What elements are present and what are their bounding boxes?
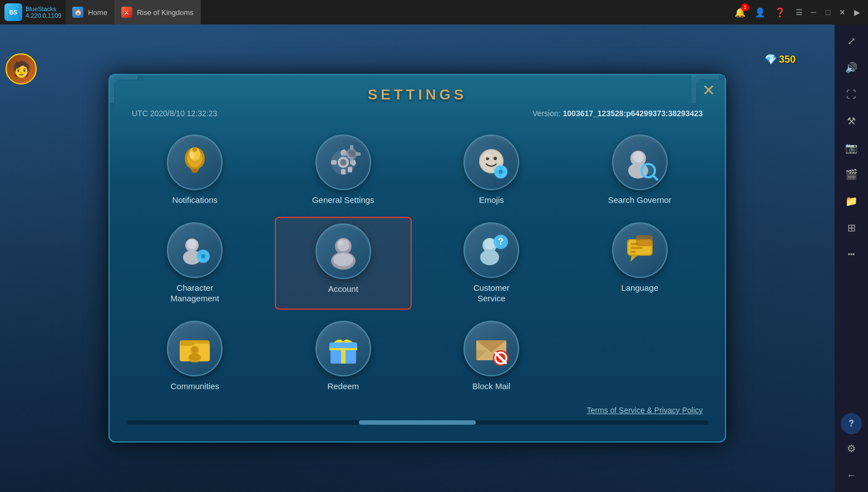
settings-dialog: SETTINGS ✕ UTC 2020/8/10 12:32:23 Versio…: [108, 74, 726, 443]
account-button[interactable]: 👤: [752, 4, 768, 20]
tab-home[interactable]: 🏠 Home: [66, 0, 115, 24]
svg-point-2: [111, 76, 117, 83]
svg-rect-27: [350, 158, 353, 163]
close-button[interactable]: ✕: [836, 6, 849, 19]
svg-point-64: [484, 238, 495, 250]
settings-item-customer[interactable]: ? CustomerService: [423, 217, 560, 310]
help-button[interactable]: ❓: [772, 4, 788, 20]
svg-rect-55: [205, 255, 208, 257]
sidebar-back-btn[interactable]: ←: [839, 463, 864, 488]
communities-label: Communities: [170, 381, 219, 392]
sidebar-more-btn[interactable]: •••: [839, 242, 864, 267]
search-governor-icon: [620, 143, 659, 182]
bs-logo-icon: BS: [4, 3, 22, 21]
svg-rect-89: [329, 342, 357, 348]
redeem-label: Redeem: [327, 381, 359, 392]
customer-icon-circle: ?: [463, 222, 519, 278]
character-label: Character Management: [170, 282, 219, 304]
scrollbar-thumb: [359, 420, 475, 425]
svg-rect-28: [343, 152, 347, 156]
main-area: 🧑 💎 350 SETTINGS ✕ UTC 2020/8/1: [0, 24, 835, 492]
language-icon-circle: [612, 222, 668, 278]
svg-rect-76: [180, 340, 194, 346]
settings-item-blockmail[interactable]: Block Mail: [423, 315, 560, 397]
svg-rect-26: [350, 145, 353, 150]
window-controls: ☰ ─ □ ✕ ▶: [792, 6, 864, 19]
sidebar-help-btn[interactable]: ?: [841, 413, 862, 434]
terms-link[interactable]: Terms of Service & Privacy Policy: [126, 406, 708, 415]
redeem-icon: [324, 329, 363, 368]
right-sidebar: ⤢ 🔊 ⛶ ⚒ 📷 🎬 📁 ⊞ ••• ? ⚙ ←: [835, 24, 868, 492]
language-label: Language: [621, 282, 658, 294]
taskbar-right: 🔔 1 👤 ❓ ☰ ─ □ ✕ ▶: [732, 4, 868, 20]
hamburger-button[interactable]: ☰: [792, 6, 806, 19]
rok-tab-icon: ⚔: [121, 7, 132, 18]
svg-point-33: [494, 157, 497, 160]
sidebar-screenshot-btn[interactable]: 📷: [839, 136, 864, 160]
account-label: Account: [328, 284, 358, 295]
sidebar-video-btn[interactable]: 🎬: [839, 162, 864, 187]
svg-point-11: [193, 147, 197, 152]
svg-rect-70: [630, 247, 643, 249]
svg-rect-18: [331, 160, 337, 165]
svg-rect-73: [636, 235, 653, 246]
bs-version: BlueStacks4.220.0.1109: [26, 6, 61, 19]
settings-icons-grid: Notifications: [126, 129, 708, 397]
dialog-close-button[interactable]: ✕: [702, 83, 715, 98]
settings-item-search-governor[interactable]: Search Governor: [571, 129, 709, 211]
notifications-icon-circle: [167, 135, 223, 190]
settings-item-language[interactable]: Language: [571, 217, 709, 310]
dialog-meta: UTC 2020/8/10 12:32:23 Version: 1003617_…: [126, 109, 708, 118]
redeem-icon-circle: [315, 321, 371, 376]
svg-rect-40: [502, 171, 505, 173]
bottom-scrollbar[interactable]: [126, 420, 708, 425]
bluestacks-logo: BS BlueStacks4.220.0.1109: [0, 3, 66, 21]
tab-rok[interactable]: ⚔ Rise of Kingdoms: [115, 0, 201, 24]
settings-overlay: SETTINGS ✕ UTC 2020/8/10 12:32:23 Versio…: [0, 24, 835, 492]
settings-item-redeem[interactable]: Redeem: [275, 315, 412, 397]
svg-point-10: [191, 168, 198, 173]
language-icon: [620, 231, 659, 270]
svg-rect-53: [202, 258, 204, 261]
customer-label: CustomerService: [474, 282, 510, 304]
settings-item-general[interactable]: General Settings: [275, 129, 412, 211]
version-display: Version: 1003617_123528:p64299373:382934…: [532, 109, 703, 118]
settings-item-communities[interactable]: Communities: [126, 315, 264, 397]
svg-text:?: ?: [498, 237, 504, 246]
svg-point-60: [333, 253, 353, 266]
account-icon: [324, 232, 363, 271]
gear-icon: [324, 143, 363, 182]
sidebar-sound-btn[interactable]: 🔊: [839, 56, 864, 80]
sidebar-expand-btn[interactable]: ⤢: [839, 29, 864, 53]
sidebar-settings-btn[interactable]: ⚙: [839, 436, 864, 461]
general-settings-icon-circle: [315, 135, 371, 190]
svg-point-63: [480, 250, 499, 265]
general-settings-label: General Settings: [312, 195, 374, 206]
sidebar-tools-btn[interactable]: ⚒: [839, 109, 864, 133]
blockmail-icon-circle: [463, 321, 519, 376]
svg-rect-37: [500, 167, 502, 170]
search-governor-icon-circle: [612, 135, 668, 190]
settings-item-account[interactable]: Account: [275, 217, 412, 310]
minimize-button[interactable]: ─: [807, 6, 820, 19]
sidebar-multi-btn[interactable]: ⊞: [839, 216, 864, 240]
sidebar-expand-button[interactable]: ▶: [850, 6, 864, 19]
settings-item-notifications[interactable]: Notifications: [126, 129, 264, 211]
svg-rect-38: [500, 173, 502, 176]
home-tab-label: Home: [88, 8, 107, 17]
maximize-button[interactable]: □: [821, 6, 835, 19]
svg-point-59: [337, 239, 349, 251]
bell-icon: [175, 143, 214, 182]
settings-item-character[interactable]: Character Management: [126, 217, 264, 310]
settings-item-emojis[interactable]: Emojis: [423, 129, 560, 211]
svg-marker-72: [630, 256, 637, 262]
datetime-display: UTC 2020/8/10 12:32:23: [132, 109, 217, 118]
sidebar-folder-btn[interactable]: 📁: [839, 189, 864, 213]
svg-rect-29: [356, 152, 361, 156]
svg-rect-71: [630, 251, 636, 253]
notification-button[interactable]: 🔔 1: [732, 4, 748, 20]
character-icon-circle: [167, 222, 223, 278]
svg-point-25: [348, 151, 355, 157]
notification-badge: 1: [741, 3, 749, 11]
sidebar-fullscreen-btn[interactable]: ⛶: [839, 82, 864, 107]
